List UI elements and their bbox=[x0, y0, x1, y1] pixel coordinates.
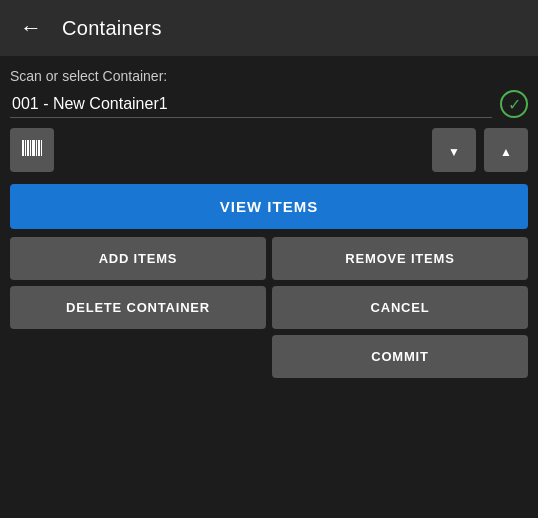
back-button[interactable]: ← bbox=[16, 11, 46, 45]
add-items-button[interactable]: ADD ITEMS bbox=[10, 237, 266, 280]
cancel-button[interactable]: CANCEL bbox=[272, 286, 528, 329]
remove-items-button[interactable]: REMOVE ITEMS bbox=[272, 237, 528, 280]
arrow-up-icon bbox=[500, 140, 512, 161]
button-grid: ADD ITEMS REMOVE ITEMS DELETE CONTAINER … bbox=[10, 237, 528, 378]
scanner-button[interactable] bbox=[10, 128, 54, 172]
page-title: Containers bbox=[62, 17, 162, 40]
scan-label: Scan or select Container: bbox=[10, 68, 528, 84]
svg-rect-6 bbox=[38, 140, 40, 156]
svg-rect-3 bbox=[30, 140, 31, 156]
svg-rect-1 bbox=[25, 140, 26, 156]
icon-button-row bbox=[10, 128, 528, 172]
container-input[interactable] bbox=[10, 91, 492, 118]
check-icon-wrapper: ✓ bbox=[500, 90, 528, 118]
view-items-button[interactable]: VIEW ITEMS bbox=[10, 184, 528, 229]
main-content: Scan or select Container: ✓ bbox=[0, 56, 538, 518]
svg-rect-0 bbox=[22, 140, 24, 156]
header: ← Containers bbox=[0, 0, 538, 56]
back-icon: ← bbox=[20, 15, 42, 41]
scanner-icon bbox=[21, 137, 43, 164]
dropdown-button[interactable] bbox=[432, 128, 476, 172]
delete-container-button[interactable]: DELETE CONTAINER bbox=[10, 286, 266, 329]
arrow-down-icon bbox=[448, 140, 460, 161]
app-container: ← Containers Scan or select Container: ✓ bbox=[0, 0, 538, 518]
svg-rect-4 bbox=[32, 140, 35, 156]
dropup-button[interactable] bbox=[484, 128, 528, 172]
input-row: ✓ bbox=[10, 90, 528, 118]
check-circle: ✓ bbox=[500, 90, 528, 118]
svg-rect-7 bbox=[41, 140, 42, 156]
check-mark-icon: ✓ bbox=[508, 95, 521, 114]
empty-cell bbox=[10, 335, 266, 378]
svg-rect-2 bbox=[27, 140, 29, 156]
commit-button[interactable]: COMMIT bbox=[272, 335, 528, 378]
svg-rect-5 bbox=[36, 140, 37, 156]
